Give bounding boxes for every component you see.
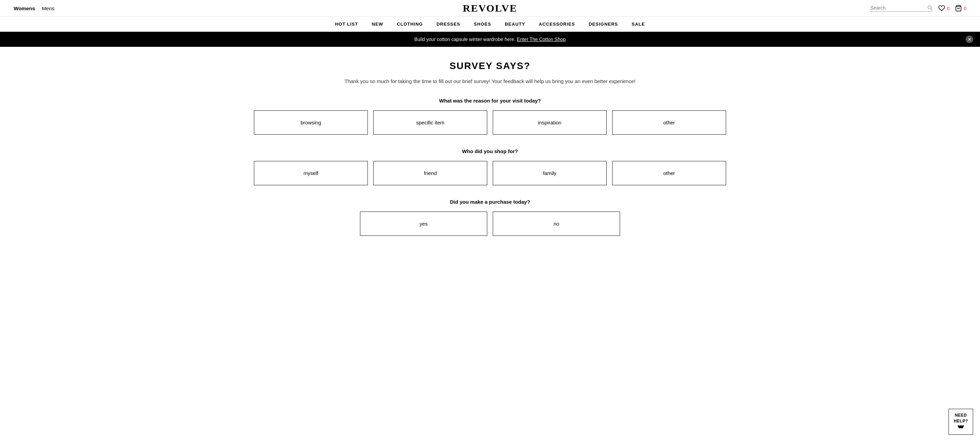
promo-banner: Build your cotton capsule winter wardrob… bbox=[0, 32, 980, 47]
survey-q2-label: Who did you shop for? bbox=[254, 148, 726, 154]
site-logo[interactable]: REVOLVE bbox=[463, 2, 517, 14]
cat-accessories[interactable]: ACCESSORIES bbox=[539, 22, 575, 27]
nav-mens[interactable]: Mens bbox=[42, 5, 54, 11]
survey-container: SURVEY SAYS? Thank you so much for takin… bbox=[233, 47, 747, 270]
cart-count: 0 bbox=[964, 6, 966, 11]
cat-new[interactable]: NEW bbox=[372, 22, 383, 27]
cat-clothing[interactable]: CLOTHING bbox=[397, 22, 423, 27]
banner-text: Build your cotton capsule winter wardrob… bbox=[414, 36, 515, 42]
cat-dresses[interactable]: DRESSES bbox=[437, 22, 460, 27]
search-box bbox=[870, 5, 933, 12]
cat-sale[interactable]: SALE bbox=[632, 22, 645, 27]
search-icon bbox=[927, 5, 933, 11]
q2-option-myself[interactable]: myself bbox=[254, 161, 368, 185]
q1-option-specific-item[interactable]: specific item bbox=[373, 111, 487, 135]
cat-shoes[interactable]: SHOES bbox=[474, 22, 492, 27]
survey-q3-label: Did you make a purchase today? bbox=[254, 199, 726, 205]
survey-q3-options: yes no bbox=[360, 212, 620, 236]
q1-option-browsing[interactable]: browsing bbox=[254, 111, 368, 135]
q1-option-other[interactable]: other bbox=[612, 111, 726, 135]
cart-group[interactable]: 0 bbox=[955, 5, 966, 12]
category-nav: HOT LIST NEW CLOTHING DRESSES SHOES BEAU… bbox=[0, 17, 980, 32]
banner-close-button[interactable]: ✕ bbox=[966, 36, 973, 43]
svg-point-0 bbox=[928, 5, 931, 9]
heart-icon bbox=[938, 5, 945, 12]
cat-beauty[interactable]: BEAUTY bbox=[505, 22, 525, 27]
cat-designers[interactable]: DESIGNERS bbox=[589, 22, 618, 27]
q3-option-yes[interactable]: yes bbox=[360, 212, 487, 236]
wishlist-count: 0 bbox=[947, 6, 950, 11]
top-nav-right: 0 0 bbox=[870, 5, 966, 12]
survey-title: SURVEY SAYS? bbox=[254, 60, 726, 71]
wishlist-group[interactable]: 0 bbox=[938, 5, 950, 12]
svg-line-1 bbox=[931, 8, 932, 10]
banner-link[interactable]: Enter The Cotton Shop bbox=[517, 36, 566, 42]
nav-womens[interactable]: Womens bbox=[14, 5, 35, 11]
q2-option-other[interactable]: other bbox=[612, 161, 726, 185]
q3-option-no[interactable]: no bbox=[493, 212, 620, 236]
top-nav: Womens Mens REVOLVE 0 0 bbox=[0, 0, 980, 17]
top-nav-left: Womens Mens bbox=[14, 5, 54, 11]
survey-subtitle: Thank you so much for taking the time to… bbox=[254, 78, 726, 84]
survey-q1-options: browsing specific item inspiration other bbox=[254, 111, 726, 135]
q1-option-inspiration[interactable]: inspiration bbox=[493, 111, 607, 135]
cat-hot-list[interactable]: HOT LIST bbox=[335, 22, 358, 27]
search-input[interactable] bbox=[870, 5, 925, 11]
q2-option-family[interactable]: family bbox=[493, 161, 607, 185]
bag-icon bbox=[955, 5, 962, 12]
survey-q1-label: What was the reason for your visit today… bbox=[254, 98, 726, 104]
q2-option-friend[interactable]: friend bbox=[373, 161, 487, 185]
survey-q2-options: myself friend family other bbox=[254, 161, 726, 185]
